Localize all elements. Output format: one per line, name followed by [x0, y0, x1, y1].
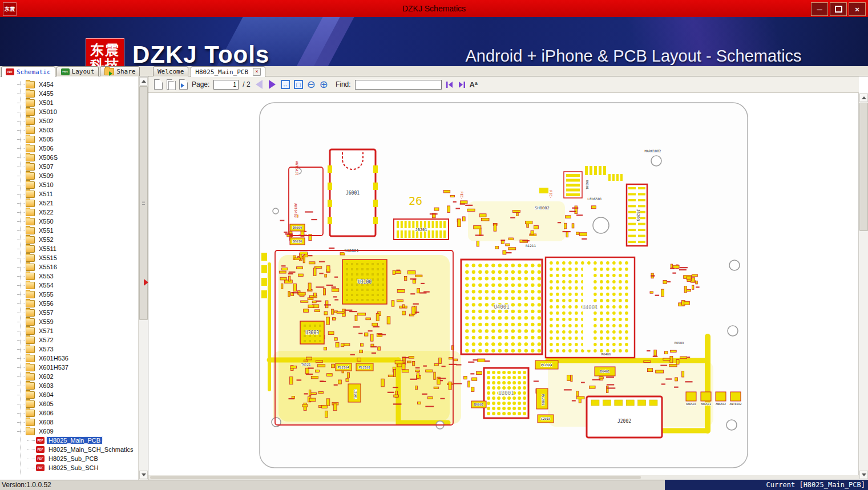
tree-folder-X522[interactable]: X522 [0, 208, 138, 217]
scroll-up-button[interactable] [859, 94, 868, 102]
tree-folder-X454[interactable]: X454 [0, 80, 138, 89]
tab-share[interactable]: Share [100, 66, 140, 76]
pads-icon: PADS [61, 68, 70, 75]
pcb-canvas: J600126J6201SH0001U3100U3003B6009B6010U4… [148, 93, 859, 475]
tree-folder-X604[interactable]: X604 [0, 390, 138, 399]
tree-folder-X554[interactable]: X554 [0, 281, 138, 290]
tree-folder-X559[interactable]: X559 [0, 317, 138, 326]
tree-folder-X609[interactable]: X609 [0, 427, 138, 436]
tree-connector [17, 422, 25, 423]
tree-folder-X550[interactable]: X550 [0, 217, 138, 226]
svg-text:ANT6502: ANT6502 [729, 402, 741, 406]
tree-folder-X605[interactable]: X605 [0, 399, 138, 408]
tab-close-icon[interactable]: × [253, 68, 261, 76]
tree-folder-X507[interactable]: X507 [0, 162, 138, 171]
scrollbar-thumb[interactable] [859, 103, 868, 231]
scroll-down-button[interactable] [859, 471, 868, 479]
folder-icon [26, 181, 35, 189]
tree-folder-X505[interactable]: X505 [0, 135, 138, 144]
scroll-up-button[interactable] [139, 77, 148, 86]
svg-text:U3003: U3003 [305, 330, 319, 335]
facing-pages-icon[interactable] [167, 79, 175, 90]
doc-tab-h8025_main_pcb[interactable]: H8025_Main_PCB× [191, 66, 265, 77]
previous-page-button[interactable] [256, 80, 263, 89]
tab-schematic[interactable]: PDFSchematic [1, 66, 55, 77]
zoom-in-button[interactable]: ⊕ [320, 79, 328, 90]
svg-text:AN6503: AN6503 [686, 402, 696, 406]
svg-text:PL2101: PL2101 [359, 366, 370, 369]
svg-text:U2101: U2101 [354, 390, 357, 399]
close-button[interactable]: × [849, 2, 866, 16]
tree-connector [17, 112, 25, 112]
tree-folder-X556[interactable]: X556 [0, 299, 138, 308]
go-to-page-icon[interactable] [179, 79, 188, 90]
tree-folder-X573[interactable]: X573 [0, 345, 138, 354]
tree-folder-X5511[interactable]: X5511 [0, 244, 138, 253]
sidebar-scrollbar[interactable] [138, 76, 148, 480]
maximize-button[interactable] [830, 2, 847, 16]
tree-folder-X511[interactable]: X511 [0, 189, 138, 199]
tree-folder-X5516[interactable]: X5516 [0, 262, 138, 272]
scrollbar-thumb[interactable] [150, 476, 641, 479]
tree-folder-X506S[interactable]: X506S [0, 153, 138, 162]
viewer-scrollbar[interactable] [858, 93, 868, 480]
single-page-icon[interactable] [154, 79, 163, 90]
tree-folder-X606[interactable]: X606 [0, 408, 138, 418]
tree-folder-X553[interactable]: X553 [0, 272, 138, 281]
tree-connector [17, 240, 25, 240]
tree-folder-X572[interactable]: X572 [0, 335, 138, 345]
tab-layout[interactable]: PADSLayout [56, 66, 99, 76]
folder-icon [26, 200, 35, 207]
tree-folder-X503[interactable]: X503 [0, 125, 138, 135]
viewer-horizontal-scrollbar[interactable] [148, 475, 859, 480]
splitter-handle[interactable] [144, 279, 148, 286]
tree-folder-X551[interactable]: X551 [0, 226, 138, 235]
tree-folder-X501[interactable]: X501 [0, 98, 138, 107]
tree-folder-X555[interactable]: X555 [0, 290, 138, 299]
minimize-button[interactable]: ─ [811, 2, 828, 16]
fit-page-button[interactable]: ▢ [294, 80, 303, 89]
tree-connector [17, 386, 25, 386]
tree-folder-X510[interactable]: X510 [0, 180, 138, 189]
find-next-button[interactable] [458, 81, 466, 88]
tree-folder-X552[interactable]: X552 [0, 235, 138, 244]
scroll-down-button[interactable] [139, 471, 148, 479]
folder-icon [26, 373, 35, 380]
tree-folder-X603[interactable]: X603 [0, 381, 138, 390]
tree-file-H8025_Main_SCH_Schmatics[interactable]: PDFH8025_Main_SCH_Schmatics [0, 445, 138, 454]
tree-folder-X521[interactable]: X521 [0, 199, 138, 208]
fit-width-button[interactable]: ↔ [281, 80, 290, 89]
next-page-button[interactable] [269, 80, 276, 89]
find-previous-button[interactable] [446, 81, 454, 88]
folder-icon [26, 410, 35, 417]
tree-folder-X509[interactable]: X509 [0, 171, 138, 180]
tree-file-H8025_Sub_PCB[interactable]: PDFH8025_Sub_PCB [0, 454, 138, 463]
tree-folder-X608[interactable]: X608 [0, 418, 138, 427]
tree-folder-X601H537[interactable]: X601H537 [0, 363, 138, 372]
logo-line1: 东震 [90, 43, 120, 58]
current-document-text: Current [H8025_Main_PCB] [665, 480, 868, 490]
tree-folder-X502[interactable]: X502 [0, 116, 138, 125]
find-input[interactable] [355, 80, 442, 90]
tree-connector [17, 331, 25, 331]
doc-tab-welcome[interactable]: Welcome [153, 66, 188, 76]
page-input[interactable] [213, 80, 239, 90]
tree-connector [27, 440, 35, 441]
tree-folder-X506[interactable]: X506 [0, 144, 138, 153]
pcb-viewer[interactable]: J600126J6201SH0001U3100U3003B6009B6010U4… [148, 93, 859, 475]
tree-folder-label: X551 [37, 227, 55, 234]
svg-text:U6301: U6301 [586, 180, 589, 190]
tree-folder-X557[interactable]: X557 [0, 308, 138, 317]
match-case-button[interactable]: Aª [470, 80, 478, 89]
tree-folder-X455[interactable]: X455 [0, 89, 138, 98]
tree-file-H8025_Sub_SCH[interactable]: PDFH8025_Sub_SCH [0, 463, 138, 472]
tree-folder-X602[interactable]: X602 [0, 372, 138, 381]
tree-folder-X601H536[interactable]: X601H536 [0, 354, 138, 363]
tree-folder-X5010[interactable]: X5010 [0, 107, 138, 116]
tree-file-H8025_Main_PCB[interactable]: PDFH8025_Main_PCB [0, 436, 138, 445]
zoom-out-button[interactable]: ⊖ [307, 79, 316, 90]
tree-folder-label: X510 [37, 181, 55, 188]
tree-folder-X5515[interactable]: X5515 [0, 253, 138, 262]
tree-folder-X571[interactable]: X571 [0, 326, 138, 335]
tree-connector [17, 176, 25, 176]
